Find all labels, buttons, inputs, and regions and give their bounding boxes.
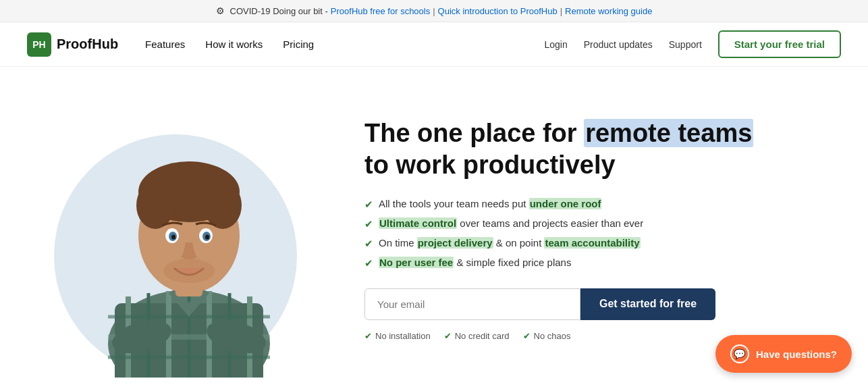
sub-no-installation: ✔ No installation xyxy=(364,331,431,341)
svg-point-24 xyxy=(205,235,209,240)
chat-label: Have questions? xyxy=(756,348,837,360)
hero-image-container xyxy=(0,80,351,378)
svg-point-23 xyxy=(171,235,175,240)
bullet-3: ✔ On time project delivery & on point te… xyxy=(364,237,828,250)
nav-product-updates[interactable]: Product updates xyxy=(584,39,653,50)
highlight-control: Ultimate control xyxy=(379,217,457,229)
chat-icon: 💬 xyxy=(730,344,749,363)
get-started-button[interactable]: Get started for free xyxy=(580,288,715,320)
hero-title-highlight: remote teams xyxy=(584,119,753,147)
hero-person-image xyxy=(74,94,304,378)
banner-text: COVID-19 Doing our bit - xyxy=(230,6,328,16)
top-banner: ⚙ COVID-19 Doing our bit - ProofHub free… xyxy=(0,0,868,22)
separator-2: | xyxy=(560,6,562,16)
check-icon-credit: ✔ xyxy=(444,331,452,341)
nav-features[interactable]: Features xyxy=(145,38,185,50)
nav-links: Features How it works Pricing xyxy=(145,38,314,51)
nav-support[interactable]: Support xyxy=(669,39,702,50)
nav-how-it-works[interactable]: How it works xyxy=(205,38,263,50)
banner-link-remote[interactable]: Remote working guide xyxy=(565,6,652,16)
check-icon-1: ✔ xyxy=(364,199,373,211)
bullet-2: ✔ Ultimate control over teams and projec… xyxy=(364,217,828,230)
hero-title: The one place for remote teams to work p… xyxy=(364,118,828,182)
check-icon-chaos: ✔ xyxy=(523,331,531,341)
nav-pricing[interactable]: Pricing xyxy=(283,38,314,50)
highlight-fee: No per user fee xyxy=(379,257,454,268)
svg-point-18 xyxy=(204,182,242,229)
gear-icon: ⚙ xyxy=(216,5,225,16)
cta-row: Get started for free xyxy=(364,288,828,320)
hero-title-part2: to work productively xyxy=(364,151,616,179)
check-icon-4: ✔ xyxy=(364,257,373,269)
separator-1: | xyxy=(433,6,435,16)
check-icon-3: ✔ xyxy=(364,238,373,250)
highlight-accountability: team accountability xyxy=(544,237,640,249)
hero-content: The one place for remote teams to work p… xyxy=(351,90,868,368)
logo-icon: PH xyxy=(27,32,51,57)
logo-letters: PH xyxy=(32,39,45,50)
sub-no-chaos: ✔ No chaos xyxy=(523,331,571,341)
svg-point-17 xyxy=(136,182,174,229)
navbar: PH ProofHub Features How it works Pricin… xyxy=(0,22,868,67)
logo-container: PH ProofHub xyxy=(27,32,118,57)
check-icon-2: ✔ xyxy=(364,218,373,230)
svg-point-25 xyxy=(163,259,215,283)
highlight-delivery: project delivery xyxy=(417,237,493,249)
start-trial-button[interactable]: Start your free trial xyxy=(718,30,841,58)
hero-bullets: ✔ All the tools your team needs put unde… xyxy=(364,198,828,269)
bullet-1: ✔ All the tools your team needs put unde… xyxy=(364,198,828,211)
sub-no-credit-card: ✔ No credit card xyxy=(444,331,510,341)
highlight-roof: under one roof xyxy=(529,198,602,209)
banner-link-intro[interactable]: Quick introduction to ProofHub xyxy=(438,6,558,16)
email-input[interactable] xyxy=(364,288,580,320)
nav-right: Login Product updates Support Start your… xyxy=(545,30,842,58)
chat-bubble[interactable]: 💬 Have questions? xyxy=(715,335,852,373)
check-icon-install: ✔ xyxy=(364,331,372,341)
logo-name: ProofHub xyxy=(57,36,118,52)
banner-link-schools[interactable]: ProofHub free for schools xyxy=(331,6,430,16)
hero-title-part1: The one place for xyxy=(364,119,577,147)
nav-login[interactable]: Login xyxy=(545,39,568,50)
bullet-4: ✔ No per user fee & simple fixed price p… xyxy=(364,257,828,269)
